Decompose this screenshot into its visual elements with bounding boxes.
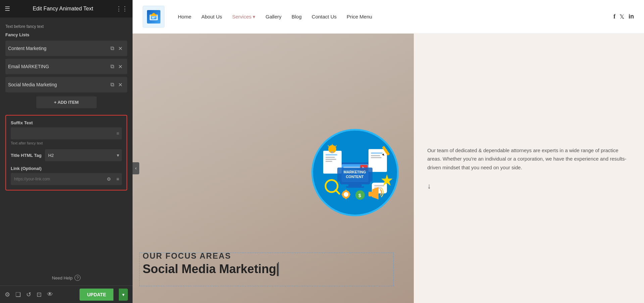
svg-rect-19 <box>326 159 336 160</box>
svg-rect-18 <box>326 157 335 158</box>
svg-rect-10 <box>346 186 364 188</box>
list-item-label: Content Marketing <box>8 46 108 51</box>
copy-button-2[interactable]: ⧉ <box>108 62 116 71</box>
link-input[interactable] <box>11 174 104 184</box>
svg-rect-42 <box>342 194 344 195</box>
copy-button-3[interactable]: ⧉ <box>108 80 116 89</box>
text-cursor <box>277 263 278 276</box>
list-item-label: Email MARKETING <box>8 64 108 69</box>
nav-price-menu[interactable]: Price Menu <box>347 14 372 19</box>
hero-right: Our team of dedicated & dependable attor… <box>414 34 644 303</box>
grid-icon[interactable]: ⋮⋮ <box>116 5 128 12</box>
svg-rect-9 <box>348 184 362 186</box>
nav-home[interactable]: Home <box>178 14 191 19</box>
svg-rect-3 <box>152 17 155 17</box>
logo-inner <box>147 10 160 24</box>
down-arrow-icon: ↓ <box>427 182 627 190</box>
svg-rect-29 <box>371 157 382 158</box>
delete-button-2[interactable]: ✕ <box>116 62 125 71</box>
list-icon: ≡ <box>116 131 119 136</box>
link-list-icon[interactable]: ≡ <box>114 173 122 185</box>
svg-text:CONTENT: CONTENT <box>346 175 364 179</box>
suffix-text-input[interactable] <box>11 127 122 139</box>
svg-rect-43 <box>348 194 350 195</box>
settings-icon[interactable]: ⚙ <box>5 291 10 298</box>
suffix-text-input-wrapper: ≡ <box>11 127 122 139</box>
list-item: Content Marketing ⧉ ✕ <box>5 41 127 56</box>
text-after-hint: Text after fancy text <box>11 141 122 145</box>
right-panel: Home About Us Services ▾ Gallery Blog Co… <box>133 0 644 303</box>
link-settings-icon[interactable]: ⚙ <box>104 173 114 185</box>
left-panel: ☰ Edit Fancy Animated Text ⋮⋮ Text befor… <box>0 0 133 303</box>
responsive-icon[interactable]: ⊡ <box>37 291 42 298</box>
collapse-handle[interactable]: ‹ <box>133 162 139 174</box>
list-item-label: Social Media Marketing <box>8 82 108 87</box>
title-html-tag-select[interactable]: H1 H2 H3 H4 H5 H6 P DIV SPAN <box>45 149 122 161</box>
svg-text:MARKETING: MARKETING <box>344 170 366 174</box>
hamburger-icon[interactable]: ☰ <box>5 5 10 12</box>
copy-button-1[interactable]: ⧉ <box>108 44 116 53</box>
title-html-tag-label: Title HTML Tag <box>11 153 42 158</box>
nav-about-us[interactable]: About Us <box>201 14 222 19</box>
bottom-toolbar: ⚙ ❏ ↺ ⊡ 👁 UPDATE ▾ <box>0 286 133 303</box>
update-button[interactable]: UPDATE <box>80 289 113 301</box>
twitter-icon[interactable]: 𝕏 <box>620 13 625 20</box>
title-html-tag-row: Title HTML Tag H1 H2 H3 H4 H5 H6 P DIV S… <box>11 149 122 161</box>
site-header: Home About Us Services ▾ Gallery Blog Co… <box>133 0 644 34</box>
site-logo <box>143 6 164 28</box>
hero-description: Our team of dedicated & dependable attor… <box>427 146 627 172</box>
text-before-label: Text before fancy text <box>5 24 127 29</box>
nav-gallery[interactable]: Gallery <box>265 14 282 19</box>
need-help-label: Need Help <box>52 275 72 280</box>
fancy-lists-label: Fancy Lists <box>5 32 127 37</box>
history-icon[interactable]: ↺ <box>26 291 31 298</box>
svg-rect-27 <box>371 153 383 154</box>
svg-rect-4 <box>152 17 154 18</box>
delete-button-3[interactable]: ✕ <box>116 80 125 89</box>
site-nav: Home About Us Services ▾ Gallery Blog Co… <box>178 14 613 20</box>
panel-title: Edit Fancy Animated Text <box>33 6 93 12</box>
facebook-icon[interactable]: f <box>613 13 615 20</box>
nav-blog[interactable]: Blog <box>292 14 302 19</box>
preview-icon[interactable]: 👁 <box>47 291 53 298</box>
site-content: OUR FOCUS AREAS Social Media Marketing <box>133 34 644 303</box>
hero-subtitle: OUR FOCUS AREAS <box>143 251 279 261</box>
svg-rect-41 <box>345 197 347 199</box>
hero-title: Social Media Marketing <box>143 262 279 276</box>
marketing-circle-graphic: $ MARKETING CONTENT <box>306 124 404 221</box>
chevron-down-icon: ▾ <box>253 14 255 20</box>
panel-footer: Need Help ? <box>0 270 133 286</box>
highlighted-settings-section: Suffix Text ≡ Text after fancy text Titl… <box>5 115 127 190</box>
hero-section: OUR FOCUS AREAS Social Media Marketing <box>133 34 644 303</box>
svg-point-39 <box>344 192 348 197</box>
svg-rect-17 <box>326 154 337 156</box>
panel-body: Text before fancy text Fancy Lists Conte… <box>0 17 133 270</box>
suffix-text-label: Suffix Text <box>11 120 122 125</box>
add-item-button[interactable]: + ADD ITEM <box>36 96 97 108</box>
nav-contact-us[interactable]: Contact Us <box>312 14 337 19</box>
svg-rect-40 <box>345 190 347 192</box>
site-social: f 𝕏 in <box>613 13 634 20</box>
svg-rect-28 <box>371 155 380 156</box>
svg-rect-47 <box>368 192 373 197</box>
list-item: Social Media Marketing ⧉ ✕ <box>5 77 127 92</box>
svg-rect-34 <box>374 185 384 186</box>
svg-text:$: $ <box>358 193 361 198</box>
list-item: Email MARKETING ⧉ ✕ <box>5 59 127 74</box>
svg-rect-22 <box>331 152 334 153</box>
nav-services[interactable]: Services ▾ <box>232 14 256 20</box>
need-help-button[interactable]: Need Help ? <box>52 275 81 281</box>
delete-button-1[interactable]: ✕ <box>116 44 125 53</box>
svg-marker-1 <box>149 12 157 15</box>
layers-icon[interactable]: ❏ <box>15 291 21 298</box>
linkedin-icon[interactable]: in <box>629 13 634 20</box>
panel-header: ☰ Edit Fancy Animated Text ⋮⋮ <box>0 0 133 17</box>
link-input-row: ⚙ ≡ <box>11 173 122 185</box>
link-optional-label: Link (Optional) <box>11 166 122 171</box>
svg-rect-20 <box>326 161 332 162</box>
update-arrow-button[interactable]: ▾ <box>119 289 128 301</box>
hero-text-overlay: OUR FOCUS AREAS Social Media Marketing <box>143 251 279 276</box>
help-icon: ? <box>75 275 81 281</box>
hero-left: OUR FOCUS AREAS Social Media Marketing <box>133 34 414 303</box>
title-html-tag-select-wrapper: H1 H2 H3 H4 H5 H6 P DIV SPAN ▾ <box>45 149 122 161</box>
